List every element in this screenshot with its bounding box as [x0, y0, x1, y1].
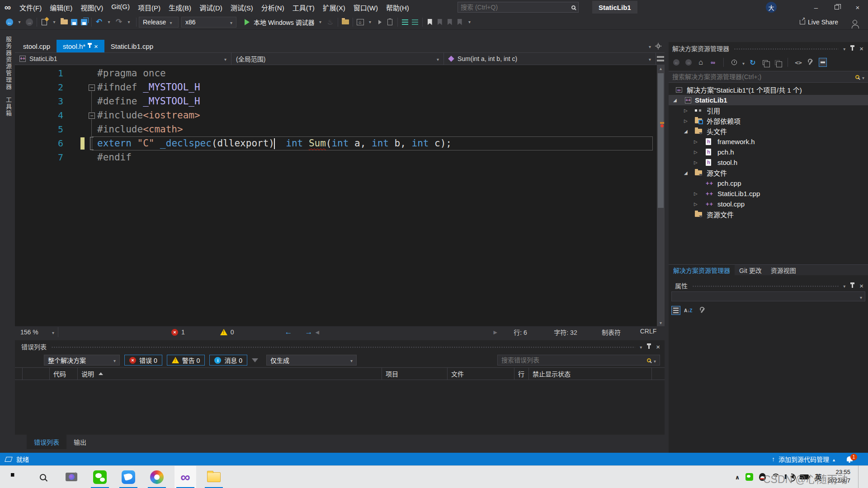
tab-resource-view[interactable]: 资源视图 [766, 265, 801, 275]
refresh-button[interactable]: ↻ [749, 58, 757, 67]
pin-icon[interactable] [89, 44, 90, 48]
find-in-files-button[interactable] [340, 17, 350, 28]
build-filter-dropdown[interactable]: 仅生成 [266, 355, 357, 366]
code-line[interactable]: 5 #include<cmath> [15, 122, 665, 136]
expander-icon[interactable] [694, 191, 698, 196]
menu-build[interactable]: 生成(B) [165, 0, 195, 14]
platform-dropdown[interactable]: x86 [181, 17, 236, 28]
filter-chevron[interactable] [742, 59, 745, 66]
code-line[interactable]: 7 #endif [15, 150, 665, 164]
taskbar-search-button[interactable] [32, 466, 54, 488]
menu-window[interactable]: 窗口(W) [349, 0, 382, 14]
expander-icon[interactable] [684, 108, 688, 113]
close-panel-icon[interactable] [859, 45, 863, 52]
preview-selected-toggle[interactable] [819, 58, 827, 67]
tree-row-solution[interactable]: ∞ 解决方案"StaticLib1"(1 个项目/共 1 个) [669, 84, 868, 95]
code-line[interactable]: 4 #include<iostream> [15, 108, 665, 122]
redo-button[interactable]: ↷ [114, 17, 124, 28]
next-bookmark-button[interactable] [445, 17, 455, 28]
column-header-description[interactable]: 说明 [77, 368, 382, 380]
line-number[interactable]: 2 [15, 80, 63, 94]
tree-row-source-files[interactable]: 源文件 [669, 168, 868, 178]
pin-icon[interactable] [852, 47, 853, 51]
eol-indicator[interactable]: CRLF [632, 328, 665, 337]
paste-button[interactable] [385, 17, 395, 28]
close-tab-icon[interactable] [94, 42, 98, 50]
search-icon[interactable] [571, 5, 576, 9]
menu-test[interactable]: 测试(S) [226, 0, 257, 14]
start-debug-button[interactable] [242, 17, 252, 28]
scroll-up-icon[interactable]: ▴ [657, 66, 665, 71]
save-button[interactable] [69, 17, 79, 28]
expander-icon[interactable] [684, 170, 688, 175]
tab-solution-explorer[interactable]: 解决方案资源管理器 [669, 265, 735, 275]
scroll-right-icon[interactable]: ▶ [494, 329, 497, 335]
restore-button[interactable] [826, 0, 847, 14]
window-position-chevron[interactable] [843, 282, 845, 289]
panel-splitter[interactable] [665, 30, 669, 453]
back-history-chevron[interactable] [14, 17, 24, 28]
tree-row-stool-cpp[interactable]: stool.cpp [669, 199, 868, 209]
minimize-button[interactable]: – [806, 0, 826, 14]
line-number[interactable]: 3 [15, 94, 63, 108]
menu-project[interactable]: 项目(P) [134, 0, 165, 14]
expander-icon[interactable] [694, 139, 698, 144]
column-header-project[interactable]: 项目 [382, 368, 447, 380]
line-number[interactable]: 5 [15, 122, 63, 136]
alphabetical-sort-button[interactable] [684, 308, 692, 313]
document-errors-indicator[interactable]: × 1 [171, 328, 185, 336]
zoom-level-dropdown[interactable]: 156 % [17, 327, 58, 337]
taskbar-clock[interactable]: 23:55 2022/8/7 [827, 468, 850, 485]
menu-edit[interactable]: 编辑(E) [46, 0, 76, 14]
collapse-all-button[interactable] [761, 58, 769, 67]
menu-debug[interactable]: 调试(D) [195, 0, 226, 14]
property-pages-button[interactable] [698, 306, 707, 315]
nav-scope-dropdown[interactable]: (全局范围) [231, 53, 444, 65]
tree-row-framework-h[interactable]: framework.h [669, 136, 868, 147]
properties-button[interactable] [807, 58, 815, 67]
code-editor[interactable]: − − 1 #pragma once 2 #ifndef _MYSTOOL_H … [15, 65, 665, 326]
chevron-down-icon[interactable] [862, 73, 864, 81]
wechat-tray-icon[interactable] [745, 473, 753, 481]
nav-project-dropdown[interactable]: ++ StaticLib1 [15, 53, 231, 65]
scrollbar-thumb[interactable] [658, 73, 664, 208]
volume-icon[interactable] [790, 474, 794, 479]
active-files-chevron[interactable] [649, 42, 651, 50]
redo-chevron[interactable] [124, 17, 134, 28]
menu-view[interactable]: 视图(V) [76, 0, 107, 14]
close-panel-icon[interactable] [656, 343, 660, 351]
taskbar-wechat-app[interactable] [89, 466, 111, 488]
back-button[interactable]: ← [5, 17, 14, 28]
line-indicator[interactable]: 行: 6 [500, 328, 541, 337]
new-project-button[interactable] [39, 17, 49, 28]
navigate-back-arrow[interactable]: ← [285, 328, 292, 337]
document-warnings-indicator[interactable]: 0 [220, 328, 234, 336]
forward-button[interactable]: → [24, 17, 34, 28]
toggle-bookmark-button[interactable] [425, 17, 435, 28]
tab-git-changes[interactable]: Git 更改 [735, 265, 766, 275]
quick-search-box[interactable] [458, 2, 579, 13]
messages-toggle-button[interactable]: i消息 0 [209, 355, 247, 366]
expander-icon[interactable] [673, 98, 677, 103]
expander-icon[interactable] [694, 160, 698, 165]
column-header-file[interactable]: 文件 [447, 368, 514, 380]
pin-icon[interactable] [852, 284, 853, 288]
expander-icon[interactable] [684, 129, 688, 134]
code-line[interactable]: 3 #define _MYSTOOL_H [15, 94, 665, 108]
scope-filter-dropdown[interactable]: 整个解决方案 [44, 355, 120, 366]
categorized-view-button[interactable] [671, 306, 680, 315]
back-button[interactable]: ← [672, 58, 680, 67]
debug-target-chevron[interactable] [316, 17, 326, 28]
line-number[interactable]: 7 [15, 150, 63, 164]
taskbar-browser-app[interactable] [146, 466, 168, 488]
menu-extensions[interactable]: 扩展(X) [319, 0, 349, 14]
menu-file[interactable]: 文件(F) [15, 0, 46, 14]
save-all-button[interactable] [79, 17, 89, 28]
nav-member-dropdown[interactable]: Sum(int a, int b, int c) [444, 53, 656, 65]
add-to-source-control-button[interactable]: 添加到源代码管理 [778, 455, 829, 464]
tree-row-staticlib1-cpp[interactable]: StaticLib1.cpp [669, 188, 868, 199]
line-number[interactable]: 4 [15, 108, 63, 122]
expander-icon[interactable] [684, 118, 688, 123]
scroll-down-icon[interactable]: ▾ [657, 320, 665, 325]
undo-button[interactable]: ↶ [94, 17, 104, 28]
